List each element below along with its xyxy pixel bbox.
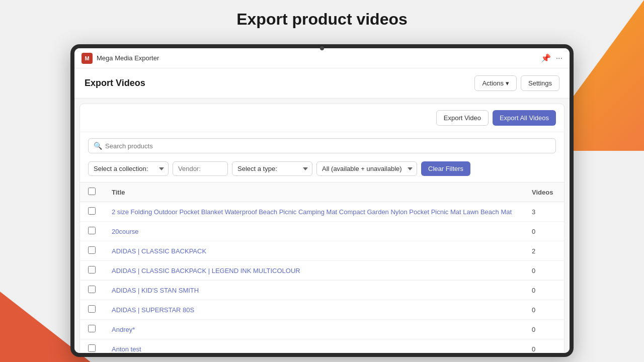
row-checkbox-cell [80, 202, 104, 222]
row-title-cell: 2 size Folding Outdoor Pocket Blanket Wa… [104, 202, 524, 222]
row-checkbox[interactable] [88, 266, 96, 274]
row-videos-cell: 0 [524, 261, 564, 281]
app-header: M Mega Media Exporter 📌 ··· [74, 48, 570, 68]
table-header-videos: Videos [524, 183, 564, 202]
tablet-camera [320, 46, 324, 50]
table-header-row: Title Videos [80, 183, 564, 202]
row-title-cell: 20course [104, 222, 524, 241]
product-title-link[interactable]: 2 size Folding Outdoor Pocket Blanket Wa… [112, 208, 512, 216]
table-row: ADIDAS | CLASSIC BACKPACK | LEGEND INK M… [80, 261, 564, 281]
tablet-frame: M Mega Media Exporter 📌 ··· Export Video… [70, 44, 574, 357]
app-header-left: M Mega Media Exporter [82, 53, 159, 64]
row-videos-cell: 2 [524, 241, 564, 261]
product-title-link[interactable]: ADIDAS | CLASSIC BACKPACK | LEGEND INK M… [112, 267, 300, 275]
app-name: Mega Media Exporter [97, 54, 159, 62]
product-title-link[interactable]: 20course [112, 228, 138, 235]
row-title-cell: ADIDAS | KID'S STAN SMITH [104, 281, 524, 300]
product-title-link[interactable]: Andrey* [112, 326, 135, 333]
actions-chevron-icon: ▾ [506, 79, 509, 87]
product-title-link[interactable]: ADIDAS | CLASSIC BACKPACK [112, 247, 206, 255]
row-checkbox-cell [80, 261, 104, 281]
export-video-button[interactable]: Export Video [436, 110, 489, 126]
product-title-link[interactable]: ADIDAS | SUPERSTAR 80S [112, 306, 194, 314]
row-videos-cell: 3 [524, 202, 564, 222]
availability-filter[interactable]: All (available + unavailable) [316, 161, 417, 176]
row-checkbox[interactable] [88, 207, 96, 215]
tablet-screen: M Mega Media Exporter 📌 ··· Export Video… [74, 48, 570, 353]
row-videos-cell: 0 [524, 281, 564, 300]
row-videos-cell: 0 [524, 300, 564, 320]
table-row: Andrey*0 [80, 320, 564, 339]
product-title-link[interactable]: Anton test [112, 345, 141, 353]
content-area: Export Video Export All Videos 🔍 Select … [79, 104, 565, 353]
clear-filters-button[interactable]: Clear Filters [421, 161, 470, 176]
app-logo: M [82, 53, 93, 64]
row-videos-cell: 0 [524, 320, 564, 339]
export-videos-title: Export Videos [85, 78, 145, 88]
vendor-filter[interactable] [173, 161, 228, 176]
row-title-cell: ADIDAS | CLASSIC BACKPACK | LEGEND INK M… [104, 261, 524, 281]
row-checkbox[interactable] [88, 227, 96, 234]
table-row: ADIDAS | KID'S STAN SMITH0 [80, 281, 564, 300]
export-header: Export Videos Actions ▾ Settings [74, 68, 570, 99]
table-row: 20course0 [80, 222, 564, 241]
row-checkbox-cell [80, 320, 104, 339]
product-title-link[interactable]: ADIDAS | KID'S STAN SMITH [112, 287, 199, 294]
settings-button[interactable]: Settings [521, 75, 559, 91]
row-checkbox[interactable] [88, 305, 96, 313]
table-header-checkbox-col [80, 183, 104, 202]
collection-filter[interactable]: Select a collection: [88, 161, 169, 176]
type-filter[interactable]: Select a type: [232, 161, 312, 176]
row-title-cell: ADIDAS | CLASSIC BACKPACK [104, 241, 524, 261]
row-videos-cell: 0 [524, 222, 564, 241]
more-icon[interactable]: ··· [556, 54, 562, 63]
table-row: ADIDAS | SUPERSTAR 80S0 [80, 300, 564, 320]
table-row: 2 size Folding Outdoor Pocket Blanket Wa… [80, 202, 564, 222]
search-area: 🔍 [80, 132, 564, 157]
pin-icon[interactable]: 📌 [541, 53, 551, 63]
export-all-videos-button[interactable]: Export All Videos [493, 110, 556, 126]
header-buttons: Actions ▾ Settings [474, 75, 559, 91]
search-input[interactable] [105, 142, 550, 150]
filter-row: Select a collection: Select a type: All … [80, 157, 564, 182]
page-title-area: Export product videos [0, 10, 644, 29]
app-header-right: 📌 ··· [541, 53, 562, 63]
export-buttons-row: Export Video Export All Videos [80, 104, 564, 132]
products-table: Title Videos 2 size Folding Outdoor Pock… [80, 182, 564, 353]
table-row: ADIDAS | CLASSIC BACKPACK2 [80, 241, 564, 261]
page-title: Export product videos [0, 10, 644, 29]
row-title-cell: ADIDAS | SUPERSTAR 80S [104, 300, 524, 320]
search-input-wrap: 🔍 [88, 138, 556, 153]
table-header-title: Title [104, 183, 524, 202]
row-checkbox-cell [80, 222, 104, 241]
select-all-checkbox[interactable] [88, 188, 96, 195]
row-checkbox[interactable] [88, 325, 96, 332]
row-checkbox-cell [80, 300, 104, 320]
table-body: 2 size Folding Outdoor Pocket Blanket Wa… [80, 202, 564, 353]
actions-button[interactable]: Actions ▾ [474, 75, 517, 91]
row-title-cell: Anton test [104, 339, 524, 353]
row-title-cell: Andrey* [104, 320, 524, 339]
search-icon: 🔍 [94, 142, 102, 150]
row-videos-cell: 0 [524, 339, 564, 353]
row-checkbox[interactable] [88, 286, 96, 293]
main-content: Export Videos Actions ▾ Settings Export … [74, 68, 570, 353]
row-checkbox-cell [80, 281, 104, 300]
row-checkbox[interactable] [88, 246, 96, 254]
row-checkbox-cell [80, 339, 104, 353]
table-row: Anton test0 [80, 339, 564, 353]
row-checkbox-cell [80, 241, 104, 261]
row-checkbox[interactable] [88, 344, 96, 352]
